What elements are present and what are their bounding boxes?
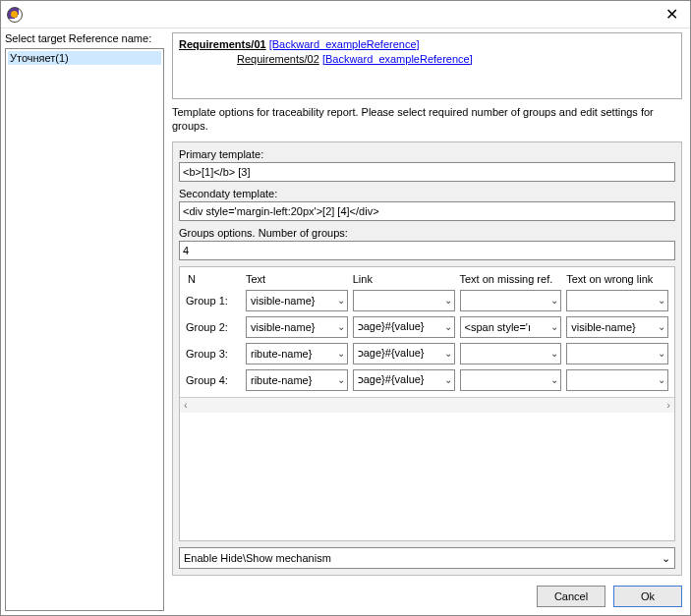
group2-link-select[interactable]: ɔage}#{value}⌄ — [353, 316, 455, 338]
secondary-template-input[interactable] — [179, 201, 675, 221]
group-row-label: Group 4: — [186, 374, 241, 386]
chevron-down-icon: ⌄ — [662, 552, 670, 565]
groups-number-label: Groups options. Number of groups: — [179, 227, 675, 239]
chevron-down-icon: ⌄ — [655, 348, 665, 359]
preview-link[interactable]: [Backward_exampleReference] — [322, 53, 473, 65]
primary-template-label: Primary template: — [179, 148, 675, 160]
enable-hide-show-select[interactable]: Enable Hide\Show mechanism ⌄ — [179, 547, 675, 569]
preview-row: Requirements/01 [Backward_exampleReferen… — [179, 37, 675, 52]
chevron-down-icon: ⌄ — [547, 348, 558, 359]
horizontal-scrollbar[interactable]: ‹ › — [180, 397, 674, 413]
preview-link[interactable]: [Backward_exampleReference] — [269, 38, 420, 50]
group3-missing-select[interactable]: ⌄ — [460, 343, 562, 364]
col-header-link: Link — [353, 273, 455, 285]
chevron-down-icon: ⌄ — [655, 374, 665, 385]
groups-number-input[interactable] — [179, 241, 675, 260]
app-icon — [7, 7, 23, 23]
chevron-down-icon: ⌄ — [655, 295, 665, 306]
preview-requirement: Requirements/01 — [179, 38, 266, 50]
chevron-down-icon: ⌄ — [441, 348, 452, 359]
group3-text-select[interactable]: ribute-name}⌄ — [246, 343, 348, 364]
titlebar: ✕ — [1, 1, 690, 28]
group-row-label: Group 3: — [186, 348, 241, 360]
group1-link-select[interactable]: ⌄ — [353, 290, 455, 311]
reference-list[interactable]: Уточняет(1) — [5, 48, 164, 611]
description-text: Template options for traceability report… — [172, 105, 682, 134]
chevron-down-icon: ⌄ — [334, 374, 345, 385]
cancel-button[interactable]: Cancel — [537, 586, 605, 607]
col-header-text: Text — [246, 273, 348, 285]
chevron-down-icon: ⌄ — [547, 321, 558, 332]
scroll-left-icon[interactable]: ‹ — [184, 399, 188, 411]
preview-requirement: Requirements/02 — [237, 53, 319, 65]
ok-button[interactable]: Ok — [613, 586, 682, 607]
group2-wrong-select[interactable]: visible-name}⌄ — [566, 316, 668, 338]
groups-table: N Text Link Text on missing ref. Text on… — [179, 266, 675, 541]
col-header-n: N — [186, 273, 241, 285]
options-panel: Primary template: Secondaty template: Gr… — [172, 141, 682, 576]
chevron-down-icon: ⌄ — [334, 295, 345, 306]
secondary-template-label: Secondaty template: — [179, 188, 675, 199]
group4-text-select[interactable]: ribute-name}⌄ — [246, 369, 348, 391]
group3-wrong-select[interactable]: ⌄ — [566, 343, 668, 364]
group1-wrong-select[interactable]: ⌄ — [566, 290, 668, 311]
chevron-down-icon: ⌄ — [334, 321, 345, 332]
col-header-wrong: Text on wrong link — [566, 273, 668, 285]
chevron-down-icon: ⌄ — [334, 348, 345, 359]
group-row-label: Group 2: — [186, 321, 241, 333]
chevron-down-icon: ⌄ — [441, 321, 452, 332]
chevron-down-icon: ⌄ — [441, 374, 452, 385]
preview-box: Requirements/01 [Backward_exampleReferen… — [172, 32, 682, 99]
group4-link-select[interactable]: ɔage}#{value}⌄ — [353, 369, 455, 391]
scroll-right-icon[interactable]: › — [666, 399, 670, 411]
group4-missing-select[interactable]: ⌄ — [460, 369, 562, 391]
preview-row: Requirements/02 [Backward_exampleReferen… — [179, 52, 675, 67]
chevron-down-icon: ⌄ — [441, 295, 452, 306]
chevron-down-icon: ⌄ — [547, 295, 558, 306]
enable-hide-show-label: Enable Hide\Show mechanism — [184, 552, 662, 564]
group1-text-select[interactable]: visible-name}⌄ — [246, 290, 348, 311]
group3-link-select[interactable]: ɔage}#{value}⌄ — [353, 343, 455, 364]
group2-missing-select[interactable]: <span style='ı⌄ — [460, 316, 562, 338]
group2-text-select[interactable]: visible-name}⌄ — [246, 316, 348, 338]
group1-missing-select[interactable]: ⌄ — [460, 290, 562, 311]
group4-wrong-select[interactable]: ⌄ — [566, 369, 668, 391]
group-row-label: Group 1: — [186, 295, 241, 307]
list-item[interactable]: Уточняет(1) — [8, 51, 161, 65]
col-header-missing: Text on missing ref. — [460, 273, 562, 285]
left-pane-label: Select target Reference name: — [5, 32, 164, 44]
chevron-down-icon: ⌄ — [547, 374, 558, 385]
left-pane: Select target Reference name: Уточняет(1… — [1, 28, 168, 615]
chevron-down-icon: ⌄ — [655, 321, 665, 332]
primary-template-input[interactable] — [179, 162, 675, 182]
close-icon[interactable]: ✕ — [660, 3, 684, 26]
